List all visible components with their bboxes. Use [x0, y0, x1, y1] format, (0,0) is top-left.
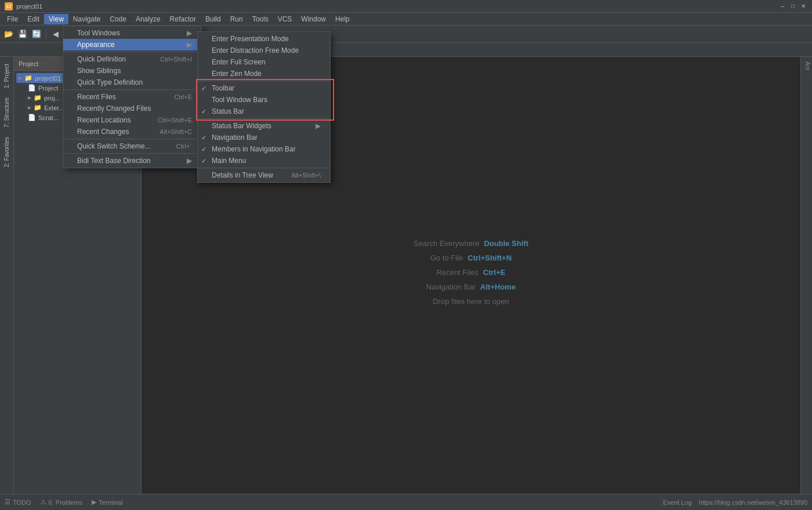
appearance-enter-presentation-label: Enter Presentation Mode [212, 35, 289, 43]
view-menu-bidi[interactable]: Bidi Text Base Direction ▶ [63, 155, 201, 167]
left-sidebar-tabs: 1: Project 7: Structure 2: Favorites [0, 57, 14, 494]
appearance-enter-full-screen[interactable]: Enter Full Screen [198, 56, 330, 68]
view-menu-quick-type-def-label: Quick Type Definition [77, 78, 143, 86]
check-icon: ✓ [201, 108, 206, 115]
tree-arrow: ▶ [19, 75, 22, 81]
view-menu-tool-windows[interactable]: Tool Windows ▶ [63, 27, 201, 39]
menu-file[interactable]: File [2, 14, 23, 24]
hint-text: Drop files here to open [433, 297, 509, 306]
view-menu-sep3 [63, 139, 201, 139]
title-text: project01 [16, 3, 42, 10]
hint-nav-bar: Navigation Bar Alt+Home [426, 283, 516, 291]
window-controls: – □ ✕ [778, 2, 807, 10]
appearance-enter-zen-mode[interactable]: Enter Zen Mode [198, 68, 330, 79]
right-tab-ant[interactable]: Ant [801, 57, 812, 75]
view-menu-recent-changes-label: Recent Changes [77, 128, 129, 136]
menu-navigate[interactable]: Navigate [68, 14, 105, 24]
appearance-status-bar[interactable]: ✓ Status Bar [198, 106, 330, 117]
tree-icon: 📄 [28, 84, 36, 92]
view-menu-recent-locations[interactable]: Recent Locations Ctrl+Shift+E [63, 114, 201, 126]
hint-key: Ctrl+Shift+N [467, 254, 512, 262]
view-menu-recent-changes[interactable]: Recent Changes Alt+Shift+C [63, 126, 201, 138]
project-panel-title: Project [19, 60, 38, 67]
menu-code[interactable]: Code [105, 14, 131, 24]
hint-text: Search Everywhere [414, 239, 479, 248]
app-icon: IJ [5, 2, 13, 10]
appearance-status-bar-label: Status Bar [212, 107, 244, 115]
view-menu-recent-files[interactable]: Recent Files Ctrl+E [63, 91, 201, 103]
menu-refactor[interactable]: Refactor [165, 14, 201, 24]
maximize-button[interactable]: □ [789, 2, 797, 10]
status-terminal[interactable]: ▶ Terminal [92, 498, 123, 506]
appearance-details-tree-view-label: Details in Tree View [212, 171, 273, 179]
menu-help[interactable]: Help [331, 14, 354, 24]
sidebar-tab-structure[interactable]: 7: Structure [2, 93, 12, 132]
appearance-status-bar-widgets[interactable]: Status Bar Widgets ▶ [198, 120, 330, 132]
appearance-enter-full-screen-label: Enter Full Screen [212, 58, 266, 66]
submenu-arrow: ▶ [316, 122, 321, 130]
appearance-status-bar-widgets-label: Status Bar Widgets [212, 122, 271, 130]
view-menu-recently-changed-label: Recently Changed Files [77, 104, 151, 113]
tree-label: Exter... [44, 104, 64, 111]
toolbar-back[interactable]: ◀ [49, 28, 62, 41]
menu-edit[interactable]: Edit [23, 14, 44, 24]
appearance-enter-zen-mode-label: Enter Zen Mode [212, 70, 262, 78]
view-menu-show-siblings-label: Show Siblings [77, 67, 121, 75]
menu-analyze[interactable]: Analyze [131, 14, 165, 24]
submenu-arrow: ▶ [187, 157, 192, 165]
tree-arrow: ▶ [28, 105, 31, 110]
view-menu-sep4 [63, 153, 201, 154]
check-icon: ✓ [201, 134, 206, 142]
appearance-details-tree-view[interactable]: Details in Tree View Alt+Shift+\ [198, 169, 330, 181]
menu-window[interactable]: Window [296, 14, 331, 24]
appearance-toolbar[interactable]: ✓ Toolbar [198, 82, 330, 94]
view-menu-quick-definition[interactable]: Quick Definition Ctrl+Shift+I [63, 53, 201, 65]
sidebar-tab-project[interactable]: 1: Project [2, 59, 12, 93]
menu-view[interactable]: View [44, 14, 68, 24]
problems-icon: ⚠ [41, 498, 46, 506]
view-menu-recently-changed[interactable]: Recently Changed Files [63, 103, 201, 114]
minimize-button[interactable]: – [778, 2, 786, 10]
toolbar-refresh[interactable]: 🔄 [30, 28, 43, 41]
appearance-sep1 [198, 81, 330, 81]
status-problems[interactable]: ⚠ 6: Problems [41, 498, 83, 506]
sidebar-tab-favorites[interactable]: 2: Favorites [2, 132, 12, 172]
appearance-navigation-bar[interactable]: ✓ Navigation Bar [198, 132, 330, 143]
terminal-label: Terminal [99, 499, 123, 506]
view-menu-sep1 [63, 52, 201, 52]
appearance-tool-window-bars[interactable]: Tool Window Bars [198, 94, 330, 106]
view-menu-recent-files-label: Recent Files [77, 93, 116, 101]
appearance-enter-presentation[interactable]: Enter Presentation Mode [198, 33, 330, 45]
view-menu: Tool Windows ▶ Appearance ▶ Quick Defini… [63, 26, 202, 168]
title-bar-left: IJ project01 [5, 2, 42, 10]
menu-run[interactable]: Run [226, 14, 248, 24]
close-button[interactable]: ✕ [799, 2, 807, 10]
view-menu-recent-changes-shortcut: Alt+Shift+C [148, 128, 192, 135]
tree-label: Project [38, 85, 58, 92]
appearance-details-tree-view-shortcut: Alt+Shift+\ [280, 172, 321, 179]
event-log-link[interactable]: Event Log [663, 499, 692, 506]
appearance-navigation-bar-label: Navigation Bar [212, 133, 258, 142]
menu-vcs[interactable]: VCS [273, 14, 297, 24]
toolbar-save[interactable]: 💾 [16, 28, 29, 41]
view-menu-appearance[interactable]: Appearance ▶ [63, 39, 201, 50]
appearance-sep2 [198, 118, 330, 119]
appearance-tool-window-bars-label: Tool Window Bars [212, 96, 267, 104]
view-menu-show-siblings[interactable]: Show Siblings [63, 65, 201, 77]
appearance-main-menu[interactable]: ✓ Main Menu [198, 155, 330, 167]
view-menu-appearance-label: Appearance [77, 41, 115, 49]
appearance-enter-distraction-free-label: Enter Distraction Free Mode [212, 46, 299, 55]
status-todo[interactable]: ☰ TODO [5, 498, 31, 506]
appearance-members-in-nav-bar[interactable]: ✓ Members in Navigation Bar [198, 143, 330, 155]
view-menu-quick-switch[interactable]: Quick Switch Scheme... Ctrl+` [63, 140, 201, 152]
appearance-enter-distraction-free[interactable]: Enter Distraction Free Mode [198, 45, 330, 56]
view-menu-quick-switch-label: Quick Switch Scheme... [77, 142, 151, 150]
hint-text: Recent Files [437, 268, 478, 277]
menu-tools[interactable]: Tools [248, 14, 273, 24]
view-menu-quick-type-def[interactable]: Quick Type Definition [63, 77, 201, 88]
csdn-link: https://blog.csdn.net/weixin_43613890 [699, 499, 807, 506]
menu-build[interactable]: Build [201, 14, 226, 24]
hint-recent-files: Recent Files Ctrl+E [437, 268, 506, 277]
hint-search-everywhere: Search Everywhere Double Shift [414, 239, 528, 248]
toolbar-open[interactable]: 📂 [2, 28, 15, 41]
